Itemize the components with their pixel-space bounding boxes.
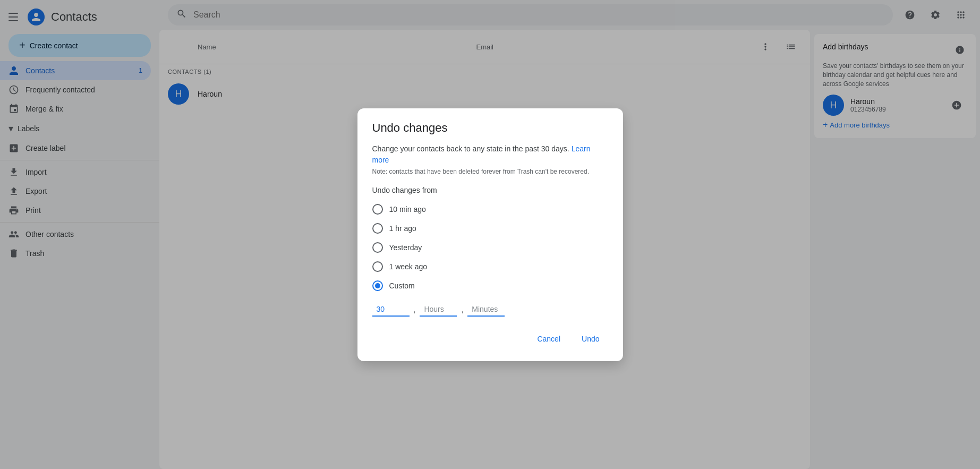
radio-option-yesterday[interactable]: Yesterday <box>372 239 608 256</box>
comma-2: , <box>461 305 463 314</box>
custom-minutes-input[interactable] <box>467 303 505 317</box>
dialog-title: Undo changes <box>372 121 608 135</box>
radio-circle-yesterday <box>372 242 383 253</box>
dialog-description: Change your contacts back to any state i… <box>372 143 608 166</box>
dialog-note: Note: contacts that have been deleted fo… <box>372 168 608 175</box>
radio-label-10min: 10 min ago <box>389 205 426 214</box>
cancel-button[interactable]: Cancel <box>529 329 569 348</box>
radio-label-1week: 1 week ago <box>389 262 428 271</box>
radio-label-1hr: 1 hr ago <box>389 224 416 233</box>
custom-time-row: , , <box>372 303 608 317</box>
custom-days-input[interactable] <box>372 303 410 317</box>
undo-changes-dialog: Undo changes Change your contacts back t… <box>357 108 623 361</box>
radio-group: 10 min ago 1 hr ago Yesterday 1 week ago… <box>372 201 608 294</box>
radio-label-yesterday: Yesterday <box>389 243 422 252</box>
radio-circle-1hr <box>372 223 383 234</box>
radio-label-custom: Custom <box>389 282 415 290</box>
radio-circle-custom <box>372 280 383 291</box>
dialog-section-label: Undo changes from <box>372 186 608 194</box>
custom-hours-input[interactable] <box>420 303 457 317</box>
undo-button[interactable]: Undo <box>573 329 608 348</box>
radio-circle-1week <box>372 261 383 272</box>
modal-overlay[interactable]: Undo changes Change your contacts back t… <box>0 0 980 469</box>
dialog-actions: Cancel Undo <box>372 329 608 348</box>
radio-option-10min[interactable]: 10 min ago <box>372 201 608 218</box>
radio-option-1hr[interactable]: 1 hr ago <box>372 220 608 237</box>
radio-option-custom[interactable]: Custom <box>372 277 608 294</box>
radio-circle-10min <box>372 204 383 215</box>
comma-1: , <box>414 305 416 314</box>
radio-option-1week[interactable]: 1 week ago <box>372 258 608 275</box>
